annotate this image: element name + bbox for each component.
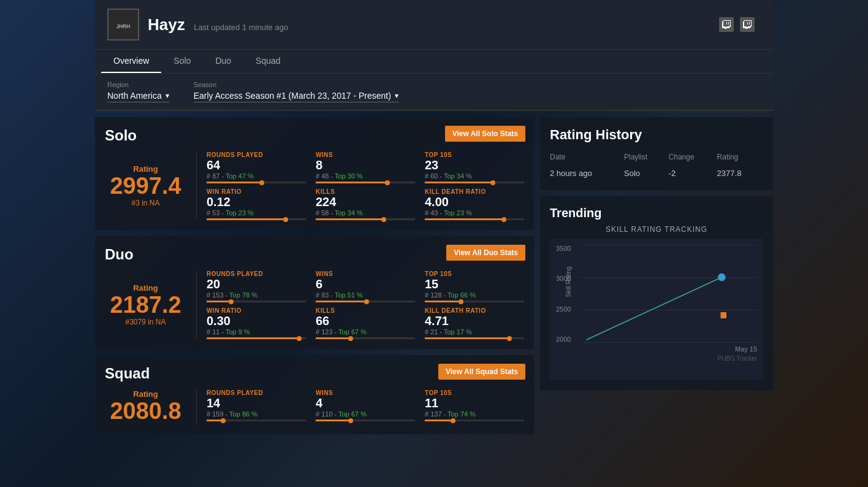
squad-stats-grid: ROUNDS PLAYED 14 # 159 - Top 86 % WINS 4… <box>207 389 524 424</box>
header: JHRH Hayz Last updated 1 minute ago <box>95 0 773 50</box>
season-filter: Season Early Access Season #1 (March 23,… <box>194 81 398 102</box>
season-label: Season <box>194 81 398 88</box>
trending-card: Trending SKILL RATING TRACKING Skill Rat… <box>540 196 773 390</box>
username: Hayz <box>148 15 185 34</box>
duo-stat-rounds: ROUNDS PLAYED 20 # 153 - Top 78 % <box>207 270 306 302</box>
x-label-may15: May 15 <box>735 345 757 353</box>
rating-history-card: Rating History Date Playlist Change Rati… <box>540 117 773 190</box>
tab-squad[interactable]: Squad <box>243 50 292 73</box>
tab-overview[interactable]: Overview <box>101 50 161 73</box>
col-playlist: Playlist <box>624 150 669 166</box>
solo-rating-label: Rating <box>133 164 158 174</box>
last-updated: Last updated 1 minute ago <box>194 23 288 32</box>
svg-text:JHRH: JHRH <box>116 23 131 29</box>
nav-icons <box>719 17 761 32</box>
squad-stats-row: Rating 2080.8 ROUNDS PLAYED 14 # 159 - T… <box>105 389 524 424</box>
solo-rating-value: 2997.4 <box>110 174 181 199</box>
rating-history-table: Date Playlist Change Rating 2 hours ago … <box>550 150 763 180</box>
main-layout: Solo View All Solo Stats Rating 2997.4 #… <box>95 117 773 440</box>
solo-stat-kdr: KILL DEATH RATIO 4.00 # 43 - Top 23 % <box>425 188 524 220</box>
solo-stat-wins: WINS 8 # 48 - Top 30 % <box>316 151 415 183</box>
squad-rating-value: 2080.8 <box>110 399 181 424</box>
view-all-squad-button[interactable]: View All Squad Stats <box>438 364 525 380</box>
twitch-icon-1[interactable] <box>719 17 734 32</box>
trending-title: Trending <box>550 206 763 220</box>
history-playlist: Solo <box>624 166 669 180</box>
squad-stat-wins: WINS 4 # 110 - Top 67 % <box>316 389 415 424</box>
solo-stats-grid: ROUNDS PLAYED 64 # 87 - Top 47 % WINS 8 … <box>207 151 524 220</box>
avatar: JHRH <box>107 9 139 40</box>
rating-history-row: 2 hours ago Solo -2 2377.8 <box>550 166 763 180</box>
tab-duo[interactable]: Duo <box>203 50 243 73</box>
duo-stats-row: Rating 2187.2 #3079 in NA ROUNDS PLAYED … <box>105 270 524 339</box>
squad-stat-top10s: TOP 10S 11 # 137 - Top 74 % <box>425 389 524 424</box>
duo-rating-value: 2187.2 <box>110 293 181 318</box>
duo-stat-kills: KILLS 66 # 123 - Top 67 % <box>316 307 415 339</box>
view-all-duo-button[interactable]: View All Duo Stats <box>446 245 525 261</box>
region-label: Region <box>107 81 169 88</box>
solo-rating-rank: #3 in NA <box>131 199 159 207</box>
region-chevron-icon[interactable]: ▾ <box>166 91 169 100</box>
svg-line-2 <box>587 277 722 340</box>
squad-stat-rounds: ROUNDS PLAYED 14 # 159 - Top 86 % <box>207 389 306 424</box>
duo-stat-wins: WINS 6 # 83 - Top 51 % <box>316 270 415 302</box>
solo-stat-winratio: WIN RATIO 0.12 # 53 - Top 23 % <box>207 188 306 220</box>
twitch-icon-2[interactable] <box>740 17 755 32</box>
pubg-tracker-label: PUBG Tracker <box>581 355 757 362</box>
solo-section: Solo View All Solo Stats Rating 2997.4 #… <box>95 117 534 230</box>
region-filter: Region North America ▾ <box>107 81 169 102</box>
duo-stat-kdr: KILL DEATH RATIO 4.71 # 21 - Top 17 % <box>425 307 524 339</box>
duo-stat-top10s: TOP 10S 15 # 128 - Top 66 % <box>425 270 524 302</box>
duo-section: Duo View All Duo Stats Rating 2187.2 #30… <box>95 236 534 349</box>
rating-history-title: Rating History <box>550 127 763 143</box>
history-date: 2 hours ago <box>550 166 624 180</box>
squad-section: Squad View All Squad Stats Rating 2080.8… <box>95 355 534 434</box>
region-value[interactable]: North America <box>107 91 162 101</box>
history-rating: 2377.8 <box>717 166 763 180</box>
chart-container: Skill Rating 3500 3000 2500 2000 <box>550 239 763 380</box>
squad-rating-label: Rating <box>133 389 158 399</box>
solo-rating-col: Rating 2997.4 #3 in NA <box>105 151 197 220</box>
tab-solo[interactable]: Solo <box>161 50 203 73</box>
season-value[interactable]: Early Access Season #1 (March 23, 2017 -… <box>194 91 391 101</box>
nav-tabs: Overview Solo Duo Squad <box>95 50 773 74</box>
svg-point-3 <box>718 274 726 281</box>
col-date: Date <box>550 150 624 166</box>
svg-rect-4 <box>720 312 726 318</box>
duo-stat-winratio: WIN RATIO 0.30 # 11 - Top 9 % <box>207 307 306 339</box>
col-rating: Rating <box>717 150 763 166</box>
duo-rating-label: Rating <box>133 283 158 293</box>
chart-svg <box>581 245 757 343</box>
stats-column: Solo View All Solo Stats Rating 2997.4 #… <box>95 117 540 440</box>
duo-rating-col: Rating 2187.2 #3079 in NA <box>105 270 197 339</box>
x-labels: May 15 <box>581 345 757 353</box>
solo-stat-kills: KILLS 224 # 58 - Top 34 % <box>316 188 415 220</box>
squad-rating-col: Rating 2080.8 <box>105 389 197 424</box>
duo-rating-rank: #3079 in NA <box>125 318 166 326</box>
duo-stats-grid: ROUNDS PLAYED 20 # 153 - Top 78 % WINS 6… <box>207 270 524 339</box>
solo-stat-top10s: TOP 10S 23 # 60 - Top 34 % <box>425 151 524 183</box>
solo-stats-row: Rating 2997.4 #3 in NA ROUNDS PLAYED 64 … <box>105 151 524 220</box>
history-change: -2 <box>669 166 717 180</box>
chart-area: Skill Rating 3500 3000 2500 2000 <box>581 245 757 343</box>
chart-title: SKILL RATING TRACKING <box>550 225 763 234</box>
view-all-solo-button[interactable]: View All Solo Stats <box>445 126 525 142</box>
season-chevron-icon[interactable]: ▾ <box>395 91 398 100</box>
col-change: Change <box>669 150 717 166</box>
solo-stat-rounds: ROUNDS PLAYED 64 # 87 - Top 47 % <box>207 151 306 183</box>
filters: Region North America ▾ Season Early Acce… <box>95 74 773 111</box>
y-labels: 3500 3000 2500 2000 <box>556 245 571 343</box>
sidebar: Rating History Date Playlist Change Rati… <box>540 117 773 440</box>
